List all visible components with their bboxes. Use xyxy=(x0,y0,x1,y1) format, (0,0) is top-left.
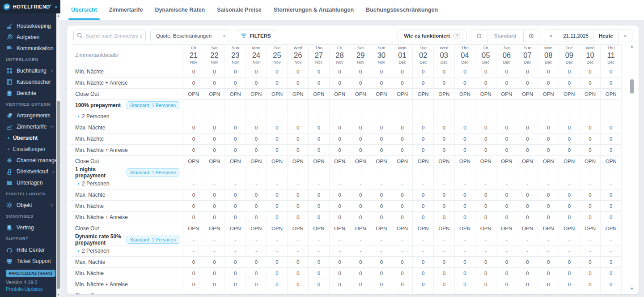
rate-cell[interactable]: 0 xyxy=(330,201,351,212)
rate-cell[interactable]: - xyxy=(309,167,330,178)
rate-cell[interactable]: - xyxy=(538,100,559,111)
rate-cell[interactable]: 0 xyxy=(559,189,580,201)
rate-cell[interactable]: OPN xyxy=(288,223,309,234)
rate-cell[interactable]: 0 xyxy=(413,212,434,223)
row-label-100-prepayment[interactable]: 100% prepaymentStandard: 1 Personen xyxy=(71,100,183,111)
rate-cell[interactable]: 0 xyxy=(309,66,330,77)
prev-date-button[interactable]: « xyxy=(544,30,558,42)
rate-cell[interactable]: 0 xyxy=(309,268,330,279)
rate-cell[interactable]: 0 xyxy=(517,77,538,89)
rate-cell[interactable]: 0 xyxy=(413,122,434,133)
rate-cell[interactable]: - xyxy=(330,167,351,178)
rate-cell[interactable]: - xyxy=(559,111,580,122)
rate-cell[interactable]: - xyxy=(246,234,267,245)
rate-cell[interactable]: 0 xyxy=(517,257,538,268)
rate-cell[interactable]: - xyxy=(288,245,309,257)
rate-cell[interactable]: 0 xyxy=(371,77,392,89)
date-field[interactable]: 21.11.2025 xyxy=(558,30,593,42)
rate-cell[interactable]: - xyxy=(225,178,246,189)
rate-cell[interactable]: 0 xyxy=(517,145,538,156)
rate-cell[interactable]: OPN xyxy=(580,223,601,234)
rate-cell[interactable]: - xyxy=(496,178,517,189)
rate-cell[interactable]: - xyxy=(601,178,622,189)
rate-cell[interactable]: - xyxy=(183,178,204,189)
rate-cell[interactable]: 0 xyxy=(455,279,476,290)
rate-cell[interactable]: OPN xyxy=(246,89,267,100)
rate-cell[interactable]: 0 xyxy=(392,122,413,133)
rate-cell[interactable]: OPN xyxy=(350,223,371,234)
rate-cell[interactable]: OPN xyxy=(309,223,330,234)
rate-cell[interactable]: 0 xyxy=(559,268,580,279)
rate-cell[interactable]: 0 xyxy=(559,122,580,133)
rate-cell[interactable]: 0 xyxy=(330,133,351,145)
rate-cell[interactable]: OPN xyxy=(350,156,371,167)
rate-cell[interactable]: OPN xyxy=(267,89,288,100)
rate-cell[interactable]: 0 xyxy=(517,189,538,201)
rate-cell[interactable]: 0 xyxy=(392,257,413,268)
rate-cell[interactable]: OPN xyxy=(392,89,413,100)
rate-cell[interactable]: OPN xyxy=(559,89,580,100)
rate-cell[interactable]: OPN xyxy=(475,156,496,167)
rate-cell[interactable]: 0 xyxy=(434,268,455,279)
rate-cell[interactable]: 0 xyxy=(309,145,330,156)
rate-cell[interactable]: - xyxy=(455,167,476,178)
rate-cell[interactable]: 0 xyxy=(371,268,392,279)
rate-cell[interactable]: OPN xyxy=(538,156,559,167)
rate-cell[interactable]: - xyxy=(204,111,225,122)
rate-cell[interactable]: 0 xyxy=(288,66,309,77)
rate-cell[interactable]: - xyxy=(183,234,204,245)
rate-cell[interactable]: 0 xyxy=(538,201,559,212)
rate-cell[interactable]: - xyxy=(496,245,517,257)
rate-cell[interactable]: OPN xyxy=(517,156,538,167)
rate-cell[interactable]: 0 xyxy=(267,279,288,290)
rate-cell[interactable]: 0 xyxy=(601,77,622,89)
rate-cell[interactable]: - xyxy=(517,167,538,178)
rate-cell[interactable]: OPN xyxy=(225,89,246,100)
rate-cell[interactable]: - xyxy=(475,111,496,122)
rate-cell[interactable]: 0 xyxy=(559,279,580,290)
rate-cell[interactable]: 0 xyxy=(330,122,351,133)
rate-cell[interactable]: OPN xyxy=(267,156,288,167)
rate-cell[interactable]: 0 xyxy=(309,279,330,290)
rate-cell[interactable]: - xyxy=(413,111,434,122)
rate-cell[interactable]: OPN xyxy=(225,290,246,294)
rate-cell[interactable]: 0 xyxy=(350,189,371,201)
rate-cell[interactable]: 0 xyxy=(330,268,351,279)
rate-cell[interactable]: - xyxy=(392,167,413,178)
rate-cell[interactable]: 0 xyxy=(267,122,288,133)
rate-cell[interactable]: - xyxy=(183,245,204,257)
rate-cell[interactable]: 0 xyxy=(601,145,622,156)
rate-cell[interactable]: 0 xyxy=(225,145,246,156)
rate-cell[interactable]: 0 xyxy=(392,279,413,290)
rate-cell[interactable]: - xyxy=(371,178,392,189)
rate-cell[interactable]: 0 xyxy=(204,133,225,145)
rate-cell[interactable]: - xyxy=(517,111,538,122)
rate-cell[interactable]: - xyxy=(246,100,267,111)
rate-cell[interactable]: 0 xyxy=(267,133,288,145)
sidebar-item-kommunikation[interactable]: Kommunikation› xyxy=(0,43,56,54)
rate-cell[interactable]: 0 xyxy=(413,189,434,201)
rate-cell[interactable]: OPN xyxy=(204,89,225,100)
rate-cell[interactable]: - xyxy=(538,167,559,178)
rate-cell[interactable]: OPN xyxy=(392,156,413,167)
rate-cell[interactable]: 0 xyxy=(267,145,288,156)
rate-cell[interactable]: 0 xyxy=(350,279,371,290)
scroll-up-icon[interactable]: ▲ xyxy=(628,44,636,48)
rate-cell[interactable]: OPN xyxy=(330,223,351,234)
rate-cell[interactable]: 0 xyxy=(225,257,246,268)
rate-cell[interactable]: 0 xyxy=(246,268,267,279)
rate-cell[interactable]: 0 xyxy=(246,133,267,145)
rate-cell[interactable]: 0 xyxy=(475,201,496,212)
rate-cell[interactable]: 0 xyxy=(434,133,455,145)
rate-cell[interactable]: 0 xyxy=(538,257,559,268)
rate-cell[interactable]: 0 xyxy=(496,257,517,268)
rate-cell[interactable]: 0 xyxy=(309,212,330,223)
rate-cell[interactable]: 0 xyxy=(455,77,476,89)
rate-cell[interactable]: 0 xyxy=(496,201,517,212)
rate-cell[interactable]: 0 xyxy=(330,145,351,156)
rate-cell[interactable]: - xyxy=(371,234,392,245)
sidebar-item-channel-manager[interactable]: Channel manager xyxy=(0,155,56,166)
rate-cell[interactable]: OPN xyxy=(371,156,392,167)
rate-cell[interactable]: 0 xyxy=(183,122,204,133)
rate-cell[interactable]: OPN xyxy=(455,290,476,294)
